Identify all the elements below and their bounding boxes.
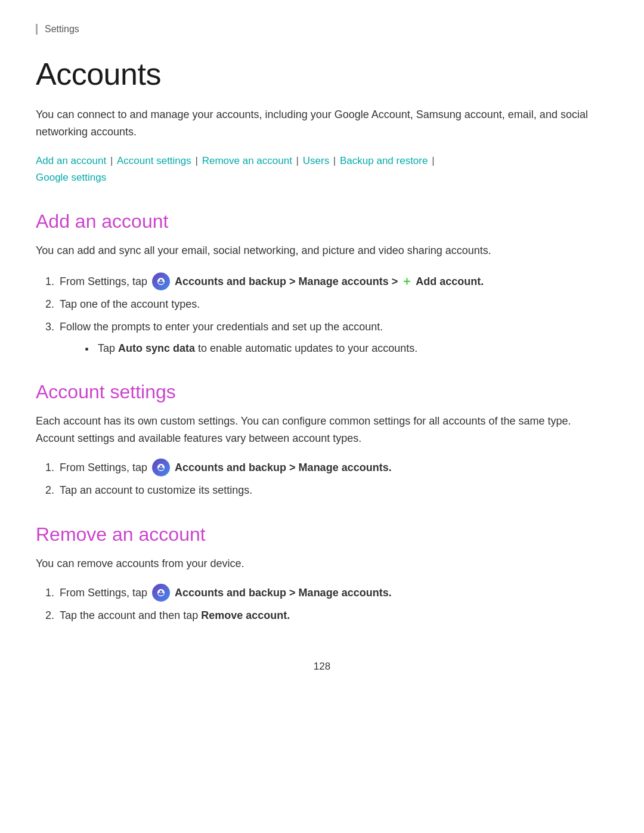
step-item: From Settings, tap Accounts and backup >… — [57, 459, 608, 477]
account-settings-steps: From Settings, tap Accounts and backup >… — [57, 459, 608, 500]
step1-remove-bold: Accounts and backup > Manage accounts. — [175, 587, 392, 599]
section-account-settings: Account settings Each account has its ow… — [36, 381, 608, 500]
accounts-backup-icon — [152, 272, 170, 290]
page-title: Accounts — [36, 56, 608, 92]
page-number: 128 — [36, 661, 608, 673]
step-item: Tap one of the account types. — [57, 296, 608, 314]
section-heading-add: Add an account — [36, 210, 608, 233]
step-item: Tap an account to customize its settings… — [57, 482, 608, 500]
section-intro-remove: You can remove accounts from your device… — [36, 555, 608, 572]
breadcrumb: Settings — [36, 24, 608, 35]
step-item: Tap the account and then tap Remove acco… — [57, 607, 608, 625]
step1-add-text: Add account. — [416, 275, 484, 287]
quicklink-google-settings[interactable]: Google settings — [36, 172, 106, 183]
step-item: Follow the prompts to enter your credent… — [57, 318, 608, 357]
separator: | — [193, 155, 201, 166]
plus-icon: ＋ — [401, 274, 413, 287]
bullet-item: Tap Auto sync data to enable automatic u… — [95, 340, 608, 358]
add-account-steps: From Settings, tap Accounts and backup >… — [57, 271, 608, 357]
quicklink-users[interactable]: Users — [303, 155, 329, 166]
step1-bold-text: Accounts and backup > Manage accounts > — [175, 275, 398, 287]
quicklink-backup[interactable]: Backup and restore — [340, 155, 428, 166]
separator: | — [429, 155, 434, 166]
step-item: From Settings, tap Accounts and backup >… — [57, 271, 608, 291]
quicklink-add-account[interactable]: Add an account — [36, 155, 106, 166]
quicklink-remove-account[interactable]: Remove an account — [202, 155, 292, 166]
separator: | — [107, 155, 116, 166]
step-item: From Settings, tap Accounts and backup >… — [57, 584, 608, 602]
section-remove-account: Remove an account You can remove account… — [36, 524, 608, 625]
separator: | — [293, 155, 302, 166]
bullet-list: Tap Auto sync data to enable automatic u… — [95, 340, 608, 358]
section-intro-add: You can add and sync all your email, soc… — [36, 242, 608, 259]
section-intro-settings: Each account has its own custom settings… — [36, 413, 608, 447]
accounts-backup-icon-3 — [152, 584, 170, 602]
section-heading-settings: Account settings — [36, 381, 608, 403]
separator: | — [330, 155, 339, 166]
quicklink-account-settings[interactable]: Account settings — [117, 155, 191, 166]
section-heading-remove: Remove an account — [36, 524, 608, 546]
remove-account-steps: From Settings, tap Accounts and backup >… — [57, 584, 608, 625]
section-add-account: Add an account You can add and sync all … — [36, 210, 608, 357]
quick-links: Add an account | Account settings | Remo… — [36, 153, 608, 187]
accounts-backup-icon-2 — [152, 459, 170, 476]
intro-text: You can connect to and manage your accou… — [36, 106, 608, 141]
step1-settings-bold: Accounts and backup > Manage accounts. — [175, 462, 392, 473]
